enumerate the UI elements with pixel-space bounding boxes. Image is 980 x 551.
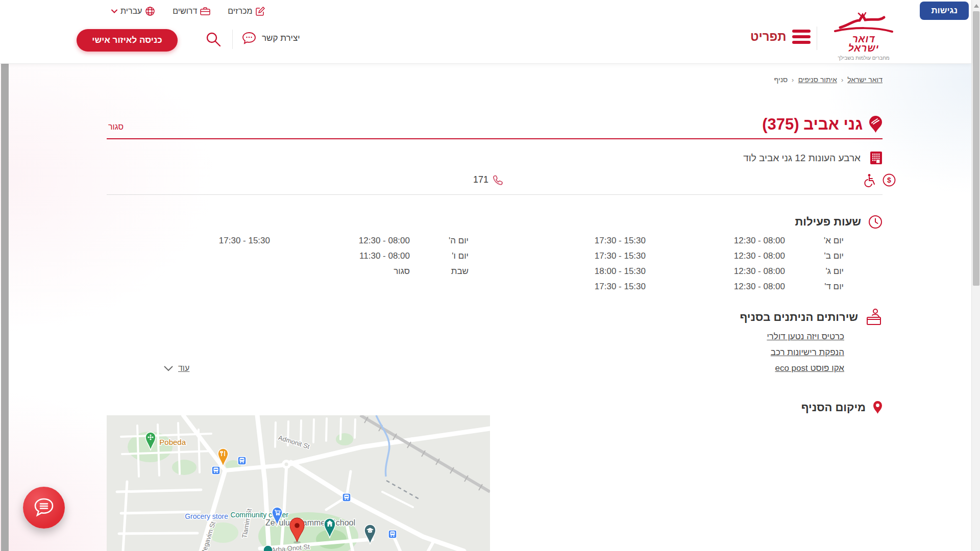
accessibility-button[interactable]: נגישות	[920, 2, 969, 20]
page-left-edge	[1, 64, 9, 551]
hours-afternoon: 17:30 - 15:30	[595, 251, 646, 261]
hours-afternoon: 17:30 - 15:30	[595, 236, 646, 246]
service-link-visa-card[interactable]: כרטיס ויזה נטען דולרי	[767, 332, 844, 342]
building-icon	[870, 151, 883, 165]
currency-exchange-icon: $	[883, 173, 896, 187]
branch-title: גני אביב (375)	[762, 115, 863, 134]
amenities: $	[863, 173, 896, 187]
chevron-left-icon: ›	[792, 76, 794, 84]
israel-post-logo[interactable]: דוארישראל מחברים עולמות בשבילך	[830, 12, 897, 61]
header-divider	[817, 27, 817, 50]
tenders-link[interactable]: מכרזים	[228, 7, 265, 16]
globe-icon	[145, 6, 155, 16]
branch-page: דואר ישראל › איתור סניפים › סניף גני אבי…	[107, 0, 883, 551]
poi-label-grocery: Grocery store	[185, 512, 228, 520]
language-label: עברית	[120, 7, 142, 16]
hours-day: יום ד'	[824, 282, 844, 292]
svg-text:$: $	[887, 176, 891, 184]
poi-label-restaurant: Pobeda	[159, 438, 186, 446]
scrollbar[interactable]	[971, 0, 980, 551]
chevron-down-icon	[164, 366, 173, 371]
hours-morning: סגור	[394, 266, 410, 277]
phone-link[interactable]: 171	[473, 174, 503, 185]
hours-morning: 12:30 - 08:00	[734, 282, 785, 292]
location-pin-icon	[873, 400, 883, 414]
branch-pin-icon	[869, 116, 883, 133]
contact-link[interactable]: יצירת קשר	[241, 32, 300, 45]
chat-fab-button[interactable]	[23, 487, 65, 529]
location-title: מיקום הסניף	[801, 401, 866, 414]
language-selector[interactable]: עברית	[111, 6, 155, 16]
tenders-label: מכרזים	[228, 7, 252, 16]
contact-label: יצירת קשר	[262, 33, 300, 43]
edit-icon	[255, 7, 265, 16]
utility-nav: עברית דרושים מכרזים	[111, 6, 265, 16]
hours-title: שעות פעילות	[795, 215, 861, 229]
branch-address-row: ארבע העונות 12 גני אביב לוד	[743, 151, 883, 165]
personal-area-login-button[interactable]: כניסה לאיזור אישי	[77, 29, 178, 52]
deer-logo-icon	[833, 12, 894, 33]
more-label: עוד	[178, 364, 189, 373]
services-title: שירותים הניתנים בסניף	[740, 311, 858, 324]
wheelchair-accessibility-icon	[863, 173, 875, 187]
branch-address: ארבע העונות 12 גני אביב לוד	[743, 153, 861, 164]
hours-afternoon: 18:00 - 15:30	[595, 266, 646, 277]
phone-icon	[493, 175, 503, 185]
service-counter-icon	[865, 308, 883, 327]
chat-bubble-icon	[33, 497, 55, 518]
hours-afternoon: 17:30 - 15:30	[219, 236, 270, 246]
menu-label: תפריט	[750, 30, 786, 44]
hours-afternoon: 17:30 - 15:30	[595, 282, 646, 292]
header: עברית דרושים מכרזים כניסה לאיזור אישי יצ…	[0, 0, 971, 64]
breadcrumb-home[interactable]: דואר ישראל	[847, 76, 883, 84]
hours-morning: 12:30 - 08:00	[734, 266, 785, 277]
search-icon[interactable]	[205, 31, 222, 48]
jobs-label: דרושים	[173, 7, 197, 16]
chat-bubble-icon	[241, 32, 257, 45]
scrollbar-up-arrow-icon[interactable]	[974, 4, 979, 8]
section-divider	[107, 194, 883, 195]
branch-map[interactable]: Admonit St Regavim St Tlamim St Arba Ono…	[107, 415, 490, 551]
breadcrumb-current: סניף	[774, 76, 788, 84]
branch-status-badge: סגור	[108, 122, 124, 132]
service-link-eco-post[interactable]: אקו פוסט eco post	[775, 363, 844, 373]
menu-button[interactable]: תפריט	[750, 30, 811, 44]
hours-morning: 12:30 - 08:00	[359, 236, 410, 246]
logo-line2: ישראל	[848, 43, 879, 54]
breadcrumb-branch-locator[interactable]: איתור סניפים	[798, 76, 837, 84]
poi-dot-icon	[263, 545, 273, 551]
hours-day: יום ה'	[449, 236, 469, 246]
location-section-header: מיקום הסניף	[801, 400, 883, 414]
hours-morning: 12:30 - 08:00	[734, 236, 785, 246]
hours-day: יום א'	[824, 236, 844, 246]
hours-morning: 12:30 - 08:00	[734, 251, 785, 261]
service-link-vehicle-licenses[interactable]: הנפקת רישיונות רכב	[771, 347, 844, 358]
header-divider	[232, 30, 233, 49]
logo-tagline: מחברים עולמות בשבילך	[830, 55, 897, 61]
hours-day: שבת	[451, 266, 469, 277]
map-canvas: Admonit St Regavim St Tlamim St Arba Ono…	[107, 415, 490, 551]
services-section-header: שירותים הניתנים בסניף	[740, 308, 883, 327]
jobs-link[interactable]: דרושים	[173, 7, 210, 16]
hours-day: יום ו'	[452, 251, 469, 261]
hours-day: יום ב'	[824, 251, 844, 261]
hamburger-icon	[792, 30, 811, 44]
branch-title-row: גני אביב (375)	[762, 115, 883, 134]
hours-section-header: שעות פעילות	[795, 215, 883, 229]
title-underline	[107, 138, 883, 139]
chevron-left-icon: ›	[841, 76, 843, 84]
phone-number: 171	[473, 174, 488, 185]
breadcrumb: דואר ישראל › איתור סניפים › סניף	[774, 76, 883, 84]
hours-morning: 11:30 - 08:00	[359, 251, 410, 261]
scrollbar-thumb[interactable]	[973, 11, 979, 286]
chevron-down-icon	[111, 9, 117, 13]
more-services-link[interactable]: עוד	[164, 364, 189, 373]
clock-icon	[868, 215, 883, 229]
briefcase-icon	[200, 7, 210, 16]
hours-day: יום ג'	[825, 266, 844, 277]
